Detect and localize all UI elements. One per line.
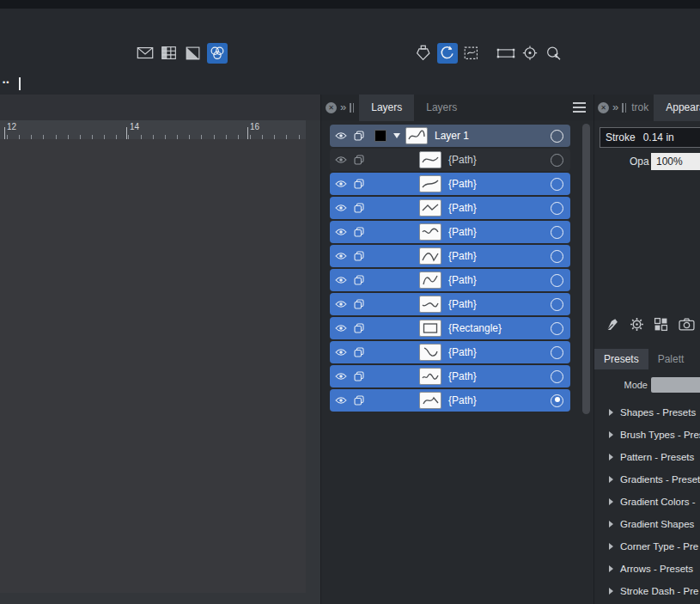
preset-group-corner-type[interactable]: Corner Type - Pre: [594, 535, 700, 558]
layer-row[interactable]: {Path}: [330, 197, 570, 219]
lock-icon[interactable]: [354, 299, 364, 309]
document-canvas[interactable]: [0, 139, 306, 593]
vertical-scroll-track[interactable]: [306, 120, 320, 604]
preset-group-gradient-shapes[interactable]: Gradient Shapes: [594, 513, 700, 535]
tab-palette[interactable]: Palett: [648, 349, 694, 369]
visibility-eye-icon[interactable]: [335, 372, 347, 381]
layer-select-circle[interactable]: [551, 130, 563, 143]
lock-icon[interactable]: [354, 395, 364, 406]
layer-select-circle[interactable]: [551, 202, 563, 215]
grid-tool-button[interactable]: [159, 43, 180, 64]
layer-select-circle[interactable]: [551, 370, 563, 383]
circle-pen-tool-button[interactable]: [544, 43, 564, 64]
lock-icon[interactable]: [354, 347, 364, 357]
layer-row[interactable]: {Path}: [330, 365, 570, 387]
panel-drag-handle-icon[interactable]: [350, 103, 354, 113]
preset-group-label: Pattern - Presets: [620, 452, 694, 462]
lock-icon[interactable]: [354, 179, 364, 189]
layer-select-circle[interactable]: [551, 178, 563, 191]
diagonal-fill-tool-button[interactable]: [183, 43, 204, 64]
lock-icon[interactable]: [354, 131, 364, 141]
layer-select-circle[interactable]: [551, 226, 563, 239]
tab-layers-2[interactable]: Layers: [414, 95, 469, 121]
rect-marquee-tool-button[interactable]: [496, 43, 516, 64]
mode-dropdown[interactable]: [651, 377, 700, 393]
lock-icon[interactable]: [354, 251, 364, 261]
preset-group-label: Stroke Dash - Pre: [620, 586, 698, 596]
ink-bottle-tool-button[interactable]: [413, 43, 434, 64]
lock-icon[interactable]: [354, 155, 364, 165]
expander-triangle-icon[interactable]: [393, 133, 400, 138]
visibility-eye-icon[interactable]: [335, 300, 347, 308]
preset-group-brush-types[interactable]: Brush Types - Pres: [594, 424, 700, 446]
layer-row[interactable]: {Path}: [330, 389, 570, 412]
visibility-eye-icon[interactable]: [335, 276, 347, 284]
layer-select-circle[interactable]: [551, 298, 563, 311]
blend-circles-tool-button[interactable]: [207, 43, 228, 64]
visibility-eye-icon[interactable]: [335, 324, 347, 333]
tab-stroke-partial[interactable]: trok: [631, 101, 648, 113]
camera-button[interactable]: [679, 318, 695, 331]
dashed-marquee-icon: [462, 44, 481, 63]
preset-group-arrows[interactable]: Arrows - Presets: [594, 558, 700, 580]
target-gear-tool-button[interactable]: [520, 43, 540, 64]
panel-drag-handle-icon[interactable]: [622, 103, 626, 113]
pen-nib-button[interactable]: [605, 317, 619, 332]
circle-pen-icon: [545, 44, 563, 63]
lock-icon[interactable]: [354, 275, 364, 285]
lock-icon[interactable]: [354, 203, 364, 213]
preset-group-pattern[interactable]: Pattern - Presets: [594, 446, 700, 468]
layer-color-swatch[interactable]: [374, 130, 387, 142]
visibility-eye-icon[interactable]: [335, 396, 347, 405]
close-icon[interactable]: ✕: [326, 102, 337, 113]
rotate-tool-button[interactable]: [437, 43, 458, 64]
layer-select-circle[interactable]: [551, 274, 563, 287]
expand-chevrons-icon[interactable]: »: [612, 101, 618, 113]
visibility-eye-icon[interactable]: [335, 180, 347, 188]
layer-select-circle[interactable]: [551, 250, 563, 263]
envelope-tool-button[interactable]: [135, 43, 155, 64]
tab-layers-1[interactable]: Layers: [359, 95, 414, 121]
preset-group-gradient-colors[interactable]: Gradient Colors -: [594, 491, 700, 513]
overflow-dots-icon[interactable]: ••: [3, 78, 9, 87]
expand-chevrons-icon[interactable]: »: [340, 101, 346, 113]
preset-group-gradients[interactable]: Gradients - Preset: [594, 468, 700, 491]
layers-scrollbar-thumb[interactable]: [582, 124, 590, 414]
layer-select-circle[interactable]: [551, 322, 563, 335]
tiles-button[interactable]: [654, 317, 668, 332]
layers-panel: ✕ » Layers Layers Layer 1: [320, 95, 594, 604]
layer-select-circle[interactable]: [551, 394, 563, 407]
layer-row[interactable]: {Path}: [330, 245, 570, 267]
preset-group-shapes[interactable]: Shapes - Presets: [594, 401, 700, 424]
layer-row[interactable]: {Path}: [330, 341, 570, 363]
lock-icon[interactable]: [354, 227, 364, 237]
lock-icon[interactable]: [354, 371, 364, 381]
layer-row[interactable]: {Path}: [330, 149, 570, 171]
lock-icon[interactable]: [354, 323, 364, 333]
layer-select-circle[interactable]: [551, 154, 563, 167]
layer-select-circle[interactable]: [551, 346, 563, 359]
layer-row[interactable]: {Path}: [330, 293, 570, 315]
stroke-width-field[interactable]: Stroke 0.14 in: [600, 127, 700, 148]
close-icon[interactable]: ✕: [598, 102, 609, 113]
visibility-eye-icon[interactable]: [335, 252, 347, 260]
layer-row-group[interactable]: Layer 1: [330, 125, 570, 147]
opacity-field[interactable]: 100%: [651, 153, 700, 170]
panel-menu-icon[interactable]: [573, 102, 586, 113]
gear-button[interactable]: [630, 317, 644, 332]
layer-row[interactable]: {Rectangle}: [330, 317, 570, 339]
tab-presets[interactable]: Presets: [594, 349, 648, 369]
layer-row[interactable]: {Path}: [330, 173, 570, 195]
dashed-marquee-tool-button[interactable]: [461, 43, 482, 64]
visibility-eye-icon[interactable]: [335, 131, 347, 140]
layer-row[interactable]: {Path}: [330, 221, 570, 243]
layers-list: Layer 1 {Path} {Path}: [321, 121, 594, 413]
tab-appearance[interactable]: Appeara: [654, 95, 700, 121]
horizontal-scroll-track[interactable]: [0, 593, 306, 604]
visibility-eye-icon[interactable]: [335, 348, 347, 357]
preset-group-stroke-dash[interactable]: Stroke Dash - Pre: [594, 580, 700, 602]
visibility-eye-icon[interactable]: [335, 156, 347, 164]
layer-row[interactable]: {Path}: [330, 269, 570, 291]
visibility-eye-icon[interactable]: [335, 228, 347, 236]
visibility-eye-icon[interactable]: [335, 204, 347, 212]
